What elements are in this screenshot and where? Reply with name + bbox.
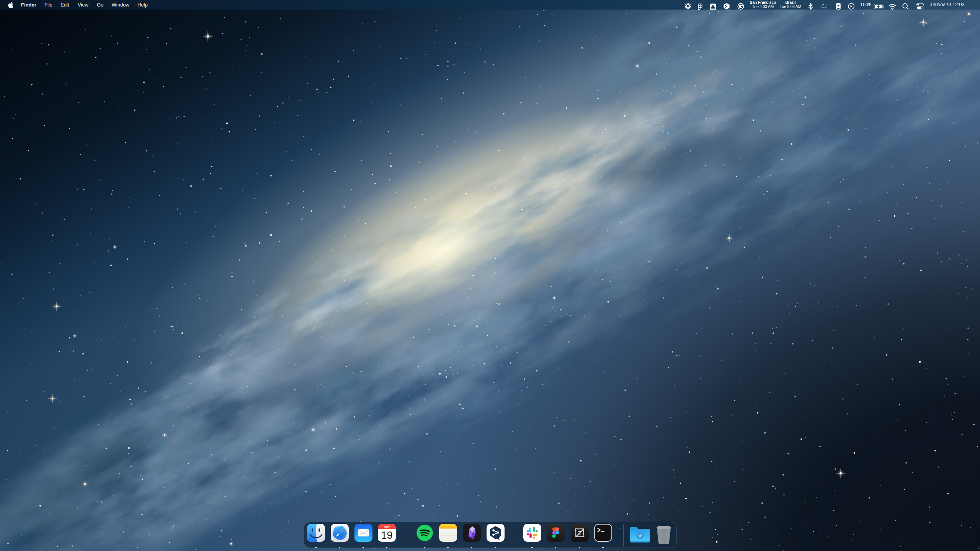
svg-text:19: 19	[381, 530, 392, 541]
svg-text:NOV: NOV	[384, 525, 390, 528]
